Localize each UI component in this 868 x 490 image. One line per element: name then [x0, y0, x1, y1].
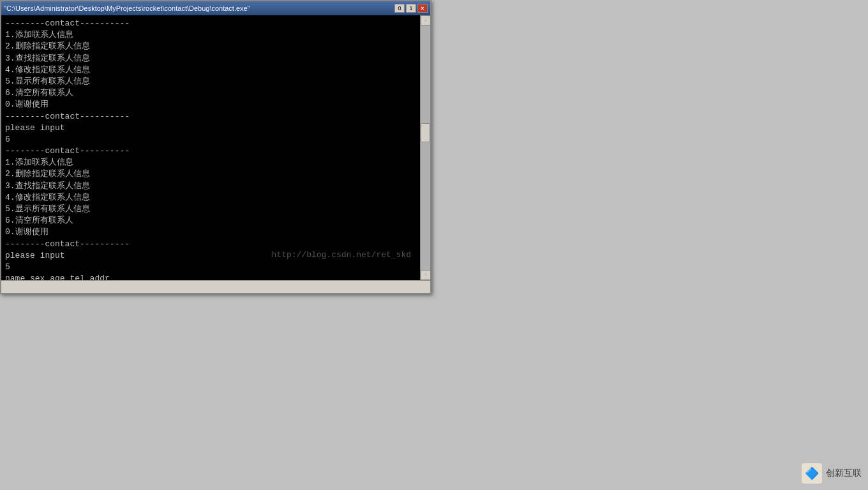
separator-line-1: --------contact---------- [5, 18, 415, 29]
scroll-up-button[interactable]: ▲ [421, 15, 430, 26]
console-text: --------contact---------- 1.添加联系人信息 2.删除… [5, 18, 426, 280]
menu-item-4-b: 4.修改指定联系人信息 [5, 192, 415, 204]
console-window: "C:\Users\Administrator\Desktop\MyProjec… [0, 0, 431, 294]
scroll-thumb[interactable] [421, 123, 430, 142]
menu-item-0-a: 0.谢谢使用 [5, 99, 415, 110]
input-value-1: 6 [5, 134, 415, 145]
menu-item-2-b: 2.删除指定联系人信息 [5, 168, 415, 180]
menu-item-3-b: 3.查找指定联系人信息 [5, 181, 415, 192]
separator-line-3: --------contact---------- [5, 145, 415, 157]
title-bar[interactable]: "C:\Users\Administrator\Desktop\MyProjec… [1, 1, 430, 15]
menu-item-2-a: 2.删除指定联系人信息 [5, 41, 415, 52]
status-bar [1, 280, 430, 293]
menu-item-1-a: 1.添加联系人信息 [5, 29, 415, 41]
menu-item-6-a: 6.清空所有联系人 [5, 87, 415, 99]
table-header-row: name sex age tel addr [5, 273, 415, 280]
menu-item-5-b: 5.显示所有联系人信息 [5, 204, 415, 215]
menu-item-1-b: 1.添加联系人信息 [5, 157, 415, 168]
menu-item-4-a: 4.修改指定联系人信息 [5, 64, 415, 76]
menu-item-3-a: 3.查找指定联系人信息 [5, 53, 415, 64]
menu-item-0-b: 0.谢谢使用 [5, 226, 415, 238]
maximize-button[interactable]: 1 [406, 4, 416, 13]
separator-line-4: --------contact---------- [5, 239, 415, 250]
brand-icon: 🔷 [802, 463, 822, 484]
window-title: "C:\Users\Administrator\Desktop\MyProjec… [4, 4, 250, 12]
watermark-text: http://blog.csdn.net/ret_skd [272, 249, 411, 261]
brand-label: 创新互联 [826, 468, 862, 479]
separator-line-2: --------contact---------- [5, 111, 415, 122]
scrollbar[interactable]: ▲ ▼ [420, 15, 430, 280]
menu-item-5-a: 5.显示所有联系人信息 [5, 76, 415, 87]
window-controls: 0 1 × [394, 4, 428, 13]
desktop: "C:\Users\Administrator\Desktop\MyProjec… [0, 0, 868, 490]
scroll-down-button[interactable]: ▼ [421, 270, 430, 280]
input-value-2: 5 [5, 262, 415, 273]
close-button[interactable]: × [417, 4, 428, 13]
menu-item-6-b: 6.清空所有联系人 [5, 215, 415, 226]
console-output[interactable]: --------contact---------- 1.添加联系人信息 2.删除… [1, 15, 430, 280]
brand-badge: 🔷 创新互联 [802, 463, 862, 484]
minimize-button[interactable]: 0 [394, 4, 405, 13]
scroll-track[interactable] [421, 26, 430, 270]
prompt-line-1: please input [5, 122, 415, 134]
